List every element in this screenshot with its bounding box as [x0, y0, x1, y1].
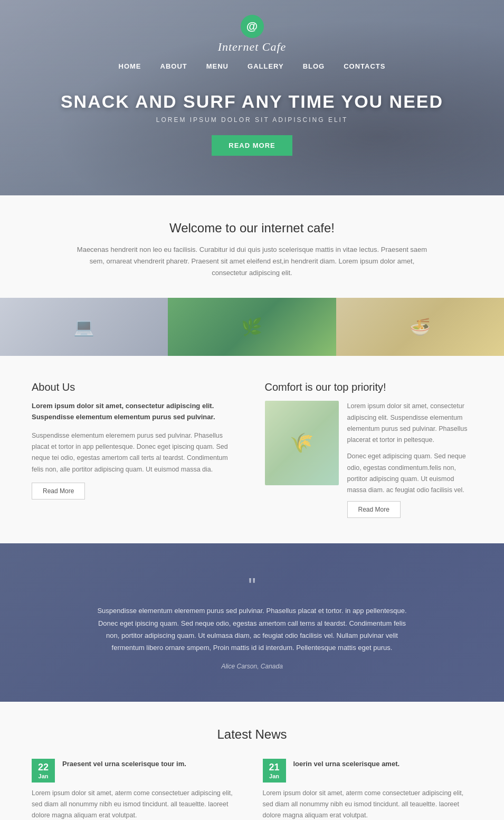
about-column: About Us Lorem ipsum dolor sit amet, con…: [32, 381, 240, 518]
news-body-1: Lorem ipsum dolor sit amet, aterm come c…: [32, 788, 242, 820]
about-comfort-section: About Us Lorem ipsum dolor sit amet, con…: [0, 356, 504, 543]
about-body: Suspendisse elementum eleremem purus sed…: [32, 430, 240, 475]
image-strip-1: 💻: [0, 298, 168, 356]
testimonial-section: " Suspendisse elementum eleremem purus s…: [0, 543, 504, 702]
hero-content: @ Internet Cafe HOME ABOUT MENU GALLERY …: [0, 0, 504, 156]
main-nav: HOME ABOUT MENU GALLERY BLOG CONTACTS: [0, 62, 504, 70]
hero-cta-button[interactable]: READ MORE: [212, 135, 292, 156]
nav-about[interactable]: ABOUT: [160, 62, 187, 70]
news-title-2: loerin vel urna scelerisque amet.: [293, 759, 400, 769]
testimonial-author: Alice Carson, Canada: [63, 663, 441, 670]
hero-subheading: LOREM IPSUM DOLOR SIT ADIPISCING ELIT: [0, 116, 504, 124]
comfort-title: Comfort is our top priority!: [265, 381, 473, 393]
image-strip-3: 🍜: [336, 298, 504, 356]
news-month-2: Jan: [268, 773, 281, 779]
about-read-more-button[interactable]: Read More: [32, 483, 85, 499]
image-strip-2: 🌿: [168, 298, 336, 356]
testimonial-text: Suspendisse elementum eleremem purus sed…: [94, 605, 411, 654]
logo-icon: @: [241, 15, 264, 38]
comfort-read-more-button[interactable]: Read More: [347, 501, 401, 518]
news-title: Latest News: [32, 727, 472, 742]
nav-menu[interactable]: MENU: [206, 62, 229, 70]
news-section: Latest News 22 Jan Praesent vel urna sce…: [0, 702, 504, 820]
comfort-inner: 🌾 Lorem ipsum dolor sit amet, consectetu…: [265, 401, 473, 518]
welcome-title: Welcome to our internet cafe!: [42, 221, 462, 235]
news-date-2: 21 Jan: [263, 759, 286, 783]
news-header-2: 21 Jan loerin vel urna scelerisque amet.: [263, 759, 473, 783]
comfort-text: Lorem ipsum dolor sit amet, consectetur …: [347, 401, 473, 518]
news-date-1: 22 Jan: [32, 759, 55, 783]
hero-section: @ Internet Cafe HOME ABOUT MENU GALLERY …: [0, 0, 504, 195]
about-bold-para: Lorem ipsum dolor sit amet, consectetur …: [32, 401, 240, 423]
news-grid: 22 Jan Praesent vel urna scelerisque tou…: [32, 759, 472, 820]
hero-headline: SNACK AND SURF ANY TIME YOU NEED: [0, 91, 504, 112]
nav-gallery[interactable]: GALLERY: [248, 62, 284, 70]
news-day-1: 22: [37, 762, 50, 773]
brand-name: Internet Cafe: [218, 40, 287, 54]
about-title: About Us: [32, 381, 240, 393]
news-day-2: 21: [268, 762, 281, 773]
comfort-para2: Donec eget adipiscing quam. Sed neque od…: [347, 451, 473, 496]
welcome-body: Maecenas hendrerit non leo eu facilisis.…: [73, 244, 432, 279]
logo: @ Internet Cafe: [0, 15, 504, 54]
nav-home[interactable]: HOME: [119, 62, 141, 70]
comfort-para1: Lorem ipsum dolor sit amet, consectetur …: [347, 401, 473, 446]
quote-icon: ": [63, 575, 441, 596]
nav-blog[interactable]: BLOG: [303, 62, 325, 70]
image-strip: 💻 🌿 🍜: [0, 298, 504, 356]
welcome-section: Welcome to our internet cafe! Maecenas h…: [0, 195, 504, 298]
comfort-column: Comfort is our top priority! 🌾 Lorem ips…: [265, 381, 473, 518]
comfort-image: 🌾: [265, 401, 339, 485]
news-month-1: Jan: [37, 773, 50, 779]
news-body-2: Lorem ipsum dolor sit amet, aterm come c…: [263, 788, 473, 820]
news-item-1: 22 Jan Praesent vel urna scelerisque tou…: [32, 759, 242, 820]
news-item-2: 21 Jan loerin vel urna scelerisque amet.…: [263, 759, 473, 820]
news-title-1: Praesent vel urna scelerisque tour im.: [62, 759, 186, 769]
news-header-1: 22 Jan Praesent vel urna scelerisque tou…: [32, 759, 242, 783]
nav-contacts[interactable]: CONTACTS: [344, 62, 385, 70]
